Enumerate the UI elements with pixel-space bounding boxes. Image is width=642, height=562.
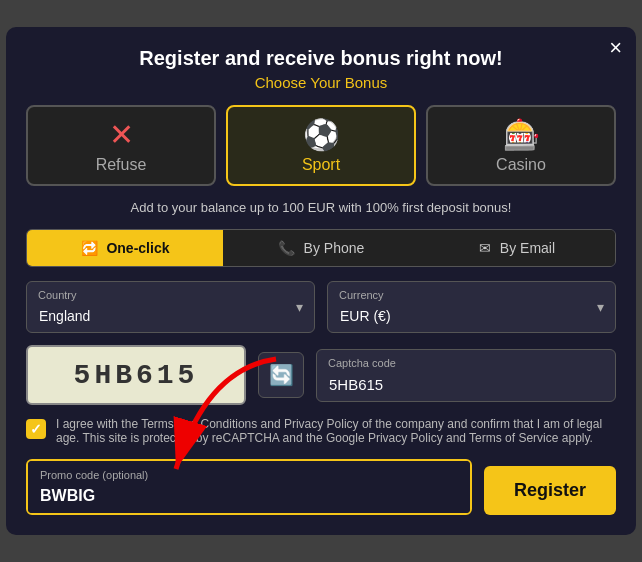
sport-icon: ⚽: [244, 117, 398, 152]
captcha-row: 5HB615 🔄 Captcha code: [26, 345, 616, 405]
currency-label: Currency: [339, 289, 384, 301]
agree-row: ✓ I agree with the Terms and Conditions …: [26, 417, 616, 445]
tab-byemail[interactable]: ✉ By Email: [419, 230, 615, 266]
agree-checkbox[interactable]: ✓: [26, 419, 46, 439]
modal-subtitle: Choose Your Bonus: [26, 74, 616, 91]
bonus-description: Add to your balance up to 100 EUR with 1…: [26, 200, 616, 215]
phone-icon: 📞: [278, 240, 295, 256]
bonus-refuse-label: Refuse: [96, 156, 147, 173]
bonus-casino-label: Casino: [496, 156, 546, 173]
bonus-sport-label: Sport: [302, 156, 340, 173]
agree-text: I agree with the Terms and Conditions an…: [56, 417, 616, 445]
bonus-card-refuse[interactable]: ✕ Refuse: [26, 105, 216, 186]
tab-byemail-label: By Email: [500, 240, 555, 256]
casino-icon: 🎰: [444, 117, 598, 152]
oneclick-icon: 🔁: [81, 240, 98, 256]
register-button[interactable]: Register: [484, 466, 616, 515]
modal: × Register and receive bonus right now! …: [6, 27, 636, 535]
country-currency-row: Country England ▾ Currency EUR (€) ▾: [26, 281, 616, 333]
currency-group: Currency EUR (€) ▾: [327, 281, 616, 333]
captcha-input-group: Captcha code: [316, 349, 616, 402]
promo-register-row: Promo code (optional) Register: [26, 459, 616, 515]
bonus-options: ✕ Refuse ⚽ Sport 🎰 Casino: [26, 105, 616, 186]
captcha-label: Captcha code: [328, 357, 396, 369]
country-label: Country: [38, 289, 77, 301]
refresh-captcha-button[interactable]: 🔄: [258, 352, 304, 398]
close-button[interactable]: ×: [609, 37, 622, 59]
bonus-card-casino[interactable]: 🎰 Casino: [426, 105, 616, 186]
email-icon: ✉: [479, 240, 491, 256]
checkmark-icon: ✓: [30, 421, 42, 437]
refuse-icon: ✕: [44, 117, 198, 152]
promo-label: Promo code (optional): [40, 469, 148, 481]
tab-oneclick-label: One-click: [106, 240, 169, 256]
country-group: Country England ▾: [26, 281, 315, 333]
registration-tabs: 🔁 One-click 📞 By Phone ✉ By Email: [26, 229, 616, 267]
modal-title: Register and receive bonus right now!: [26, 47, 616, 70]
captcha-image: 5HB615: [26, 345, 246, 405]
promo-code-group: Promo code (optional): [26, 459, 472, 515]
tab-byphone-label: By Phone: [304, 240, 365, 256]
bonus-card-sport[interactable]: ⚽ Sport: [226, 105, 416, 186]
tab-oneclick[interactable]: 🔁 One-click: [27, 230, 223, 266]
tab-byphone[interactable]: 📞 By Phone: [223, 230, 419, 266]
